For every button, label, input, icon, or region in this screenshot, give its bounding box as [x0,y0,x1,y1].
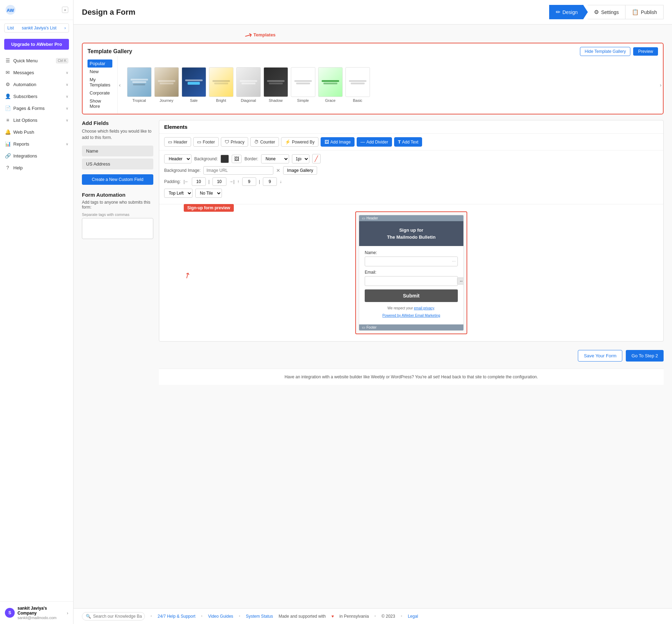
sidebar-item-web-push[interactable]: 🔔 Web Push [0,126,73,138]
template-thumb-sale [182,67,206,97]
gallery-category-new[interactable]: New [88,68,112,76]
powered-by-link[interactable]: Powered by AWeber Email Marketing [382,314,440,317]
padding-left-input[interactable] [192,177,206,186]
video-guides-link[interactable]: Video Guides [208,614,233,619]
add-image-button[interactable]: 🖼 Add Image [321,137,355,147]
gallery-category-popular[interactable]: Popular [88,59,112,68]
padding-top-input[interactable] [242,177,256,186]
add-image-label: Add Image [330,140,351,145]
signup-arrow-icon: ↙ [183,270,193,281]
border-px-select[interactable]: 1px [292,154,309,163]
system-status-link[interactable]: System Status [246,614,273,619]
position-select[interactable]: Top Left [164,189,192,198]
tile-select[interactable]: No Tile [195,189,222,198]
sidebar-item-quick-menu[interactable]: ☰ Quick Menu Ctrl K [0,55,73,66]
add-image-icon: 🖼 [324,139,329,145]
name-input[interactable] [365,257,458,266]
element-footer-button[interactable]: ▭ Footer [193,137,219,147]
bottom-actions: Save Your Form Go To Step 2 [159,346,664,366]
upgrade-button[interactable]: Upgrade to AWeber Pro [4,39,69,50]
integrations-icon: 🔗 [5,153,10,159]
bg-image-clear-button[interactable]: ✕ [276,168,280,173]
email-expand-icon[interactable]: ↔ [457,278,464,285]
field-name[interactable]: Name [82,146,153,156]
template-gallery: Template Gallery Hide Template Gallery P… [82,43,664,114]
sidebar-item-integrations[interactable]: 🔗 Integrations [0,150,73,162]
form-header-bar-label: ▭ Header [359,215,463,221]
background-color-swatch[interactable] [220,155,229,163]
element-powered-by-button[interactable]: ⚡ Powered By [281,137,318,147]
list-selector[interactable]: List sankit Javiya's List › [4,23,69,33]
template-simple[interactable]: Simple [291,67,315,103]
padding-bottom-input[interactable] [263,177,277,186]
submit-button[interactable]: Submit [365,289,458,302]
sidebar-item-messages[interactable]: ✉ Messages ∨ [0,66,73,78]
add-divider-button[interactable]: — Add Divider [357,137,392,147]
design-tab-button[interactable]: ✏ Design [549,5,588,19]
footer-search[interactable]: 🔍 [82,612,145,621]
field-us-address[interactable]: US Address [82,159,153,169]
svg-text:AW: AW [7,8,14,13]
template-basic[interactable]: Basic [345,67,370,103]
template-sale[interactable]: Sale [182,67,206,103]
hide-gallery-button[interactable]: Hide Template Gallery [580,47,630,56]
border-color-button[interactable]: ╱ [312,154,321,163]
template-diagonal[interactable]: Diagonal [236,67,261,103]
gallery-scroll-right-icon[interactable]: › [658,82,663,88]
image-gallery-button[interactable]: Image Gallery [283,166,317,175]
settings-tab-button[interactable]: ⚙ Settings [588,5,625,19]
gallery-sidebar: Popular New My Templates Corporate Show … [83,56,118,114]
sidebar-item-pages-forms[interactable]: 📄 Pages & Forms ∨ [0,102,73,114]
padding-mid-icon: | [259,179,260,184]
publish-tab-button[interactable]: 📋 Publish [625,5,664,19]
settings-tab-label: Settings [601,9,619,15]
template-thumb-shadow [264,67,288,97]
add-text-button[interactable]: T Add Text [394,137,422,147]
gallery-category-show-more[interactable]: Show More [88,97,112,110]
bg-image-input[interactable] [203,166,273,175]
sidebar-item-help[interactable]: ? Help [0,162,73,174]
sidebar-item-automation[interactable]: ⚙ Automation ∨ [0,78,73,90]
subscribers-icon: 👤 [5,93,10,99]
form-control-row-3: Padding: |← | →| ↑ | ↓ [164,177,658,186]
sidebar-item-list-options[interactable]: ≡ List Options ∨ [0,114,73,126]
save-form-button[interactable]: Save Your Form [578,350,622,362]
sidebar-collapse-button[interactable]: « [62,7,68,13]
element-select[interactable]: Header [164,154,191,163]
form-control-row-4: Top Left No Tile [164,189,658,198]
legal-link[interactable]: Legal [408,614,418,619]
quick-menu-shortcut: Ctrl K [56,58,68,63]
help-icon: ? [5,165,10,170]
header-bar-text: Header [366,216,378,220]
template-journey[interactable]: Journey [154,67,179,103]
sidebar-item-reports[interactable]: 📊 Reports ∨ [0,138,73,150]
template-thumb-grace [318,67,343,97]
element-counter-button[interactable]: ⏱ Counter [250,137,279,147]
tags-input[interactable] [82,218,153,239]
elements-toolbar: ▭ Header ▭ Footer 🛡 Privacy [159,134,663,150]
template-bright[interactable]: Bright [209,67,233,103]
gallery-category-corporate[interactable]: Corporate [88,89,112,97]
email-privacy-link[interactable]: email privacy [414,306,434,310]
email-input[interactable] [365,276,458,286]
background-image-toggle[interactable]: 🖼 [232,155,241,163]
gallery-category-my-templates[interactable]: My Templates [88,76,112,89]
template-shadow[interactable]: Shadow [264,67,288,103]
go-to-step2-button[interactable]: Go To Step 2 [626,350,664,362]
help-support-link[interactable]: 24/7 Help & Support [158,614,195,619]
sidebar-item-label: Web Push [13,129,34,135]
padding-right-input[interactable] [212,177,226,186]
template-tropical[interactable]: Tropical [127,67,152,103]
create-field-button[interactable]: Create a New Custom Field [82,174,153,185]
element-privacy-button[interactable]: 🛡 Privacy [221,137,248,147]
left-panel: Add Fields Choose which fields you would… [82,120,159,385]
preview-button[interactable]: Preview [633,47,658,56]
integration-note: Have an integration with a website build… [159,369,664,385]
sidebar-footer[interactable]: S sankit Javiya's Company sankit@mailmod… [0,601,73,624]
sidebar-item-subscribers[interactable]: 👤 Subscribers ∨ [0,90,73,102]
knowledge-base-search-input[interactable] [93,614,142,619]
element-header-button[interactable]: ▭ Header [164,137,191,147]
template-grace[interactable]: Grace [318,67,343,103]
gallery-scroll-left-icon[interactable]: ‹ [118,82,122,88]
border-select[interactable]: None [261,154,289,163]
